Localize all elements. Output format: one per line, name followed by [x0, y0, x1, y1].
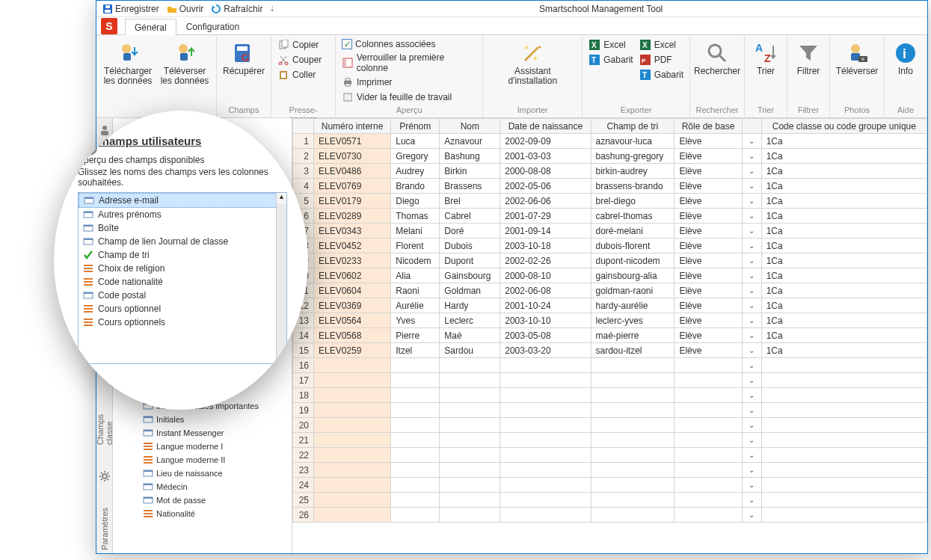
cell[interactable] [314, 373, 391, 388]
cell-role[interactable]: Elève [675, 134, 742, 149]
cell-dob[interactable]: 2001-09-14 [500, 224, 591, 239]
role-dropdown-icon[interactable]: ⌄ [742, 298, 761, 313]
role-dropdown-icon[interactable]: ⌄ [742, 239, 761, 253]
row-number[interactable]: 16 [293, 358, 314, 373]
column-header[interactable]: Code classe ou code groupe unique [761, 119, 927, 134]
row-number[interactable]: 18 [293, 388, 314, 403]
cell-role[interactable]: Elève [675, 313, 742, 328]
cell-prenom[interactable]: Luca [391, 134, 440, 149]
role-dropdown-icon[interactable]: ⌄ [742, 358, 761, 373]
refresh-button[interactable]: Rafraîchir [208, 3, 265, 15]
cell-role[interactable]: Elève [675, 194, 742, 209]
tab-general[interactable]: Général [125, 19, 176, 35]
cell[interactable] [314, 433, 391, 448]
cell-numero[interactable]: ELEV0564 [314, 313, 391, 328]
cell-role[interactable]: Elève [675, 149, 742, 164]
role-dropdown-icon[interactable]: ⌄ [742, 179, 761, 194]
cell-classe[interactable]: 1Ca [761, 343, 927, 358]
cell[interactable] [314, 418, 391, 433]
cell-numero[interactable]: ELEV0730 [314, 149, 391, 164]
tree-item[interactable]: Médecin [113, 480, 292, 493]
cell-nom[interactable]: Brel [440, 194, 500, 209]
role-dropdown-icon[interactable]: ⌄ [742, 448, 761, 463]
cell-nom[interactable]: Brassens [440, 179, 500, 194]
export-gabarit2-button[interactable]: TGabarit [638, 68, 685, 81]
cell-tri[interactable]: birkin-audrey [591, 164, 675, 179]
cell-dob[interactable]: 2000-08-10 [500, 268, 591, 283]
cell-classe[interactable]: 1Ca [761, 149, 927, 164]
cell-role[interactable]: Elève [675, 224, 742, 239]
cell-prenom[interactable]: Yves [391, 313, 440, 328]
recover-button[interactable]: Récupérer [221, 38, 266, 79]
cell-dob[interactable]: 2002-05-06 [500, 179, 591, 194]
cell-role[interactable]: Elève [675, 253, 742, 268]
role-dropdown-icon[interactable]: ⌄ [742, 313, 761, 328]
cell-numero[interactable]: ELEV0343 [314, 224, 391, 239]
cell-prenom[interactable]: Audrey [391, 164, 440, 179]
cell-nom[interactable]: Leclerc [440, 313, 500, 328]
cell-prenom[interactable]: Aurélie [391, 298, 440, 313]
role-dropdown-icon[interactable]: ⌄ [742, 478, 761, 493]
cell-nom[interactable]: Birkin [440, 164, 500, 179]
open-button[interactable]: Ouvrir [164, 3, 207, 15]
save-button[interactable]: Enregistrer [99, 3, 162, 15]
role-dropdown-icon[interactable]: ⌄ [742, 373, 761, 388]
cell-classe[interactable]: 1Ca [761, 283, 927, 298]
cell-tri[interactable]: bashung-gregory [591, 149, 675, 164]
cell-nom[interactable]: Hardy [440, 298, 500, 313]
cell-numero[interactable]: ELEV0179 [314, 194, 391, 209]
info-button[interactable]: iInfo [889, 38, 922, 79]
assoc-columns-toggle[interactable]: ✓Colonnes associées [340, 38, 478, 50]
row-number[interactable]: 20 [293, 418, 314, 433]
tree-item[interactable]: Lieu de naissance [113, 467, 292, 480]
cell-numero[interactable]: ELEV0769 [314, 179, 391, 194]
search-button[interactable]: Rechercher [695, 38, 740, 79]
table-row[interactable]: 16⌄ [293, 358, 927, 373]
download-data-button[interactable]: Télécharger les données [101, 38, 155, 89]
table-row[interactable]: 3ELEV0486AudreyBirkin2000-08-08birkin-au… [293, 164, 927, 179]
table-row[interactable]: 6ELEV0289ThomasCabrel2001-07-29cabrel-th… [293, 209, 927, 224]
role-dropdown-icon[interactable]: ⌄ [742, 388, 761, 403]
role-dropdown-icon[interactable]: ⌄ [742, 268, 761, 283]
field-item[interactable]: Champ de tri [79, 248, 286, 262]
field-item[interactable]: Cours optionnel [79, 302, 286, 316]
cell-role[interactable]: Elève [675, 179, 742, 194]
cell-tri[interactable]: maé-pierre [591, 328, 675, 343]
cell-nom[interactable]: Gainsbourg [440, 268, 500, 283]
table-row[interactable]: 23⌄ [293, 463, 927, 478]
cell-nom[interactable]: Goldman [440, 283, 500, 298]
cell-dob[interactable]: 2000-08-08 [500, 164, 591, 179]
column-header[interactable]: Nom [440, 119, 500, 134]
cell-tri[interactable]: brel-diego [591, 194, 675, 209]
cell-tri[interactable]: cabrel-thomas [591, 209, 675, 224]
install-wizard-button[interactable]: Assistant d'installation [488, 38, 577, 89]
cell-dob[interactable]: 2003-05-08 [500, 328, 591, 343]
table-row[interactable]: 21⌄ [293, 433, 927, 448]
upload-data-button[interactable]: Téléverser les données [158, 38, 212, 89]
cell-tri[interactable]: hardy-aurélie [591, 298, 675, 313]
cell-dob[interactable]: 2001-10-24 [500, 298, 591, 313]
tree-item[interactable]: Mot de passe [113, 493, 292, 507]
table-row[interactable]: 2ELEV0730GregoryBashung2001-03-03bashung… [293, 149, 927, 164]
app-logo[interactable]: S [101, 18, 117, 34]
cell-numero[interactable]: ELEV0259 [314, 343, 391, 358]
table-row[interactable]: 13ELEV0564YvesLeclerc2003-10-10leclerc-y… [293, 313, 927, 328]
row-number[interactable]: 22 [293, 448, 314, 463]
column-header[interactable]: Numéro interne [314, 119, 391, 134]
role-dropdown-icon[interactable]: ⌄ [742, 508, 761, 523]
column-header[interactable]: Rôle de base [675, 119, 742, 134]
table-row[interactable]: 26⌄ [293, 508, 927, 523]
cell-role[interactable]: Elève [675, 268, 742, 283]
cell-tri[interactable]: sardou-itzel [591, 343, 675, 358]
grid-corner[interactable] [293, 119, 314, 134]
cell-tri[interactable]: dubois-florent [591, 239, 675, 253]
cell-prenom[interactable]: Itzel [391, 343, 440, 358]
table-row[interactable]: 7ELEV0343MelaniDoré2001-09-14doré-melani… [293, 224, 927, 239]
row-number[interactable]: 1 [293, 134, 314, 149]
cell-prenom[interactable]: Florent [391, 239, 440, 253]
cell-dob[interactable]: 2001-03-03 [500, 149, 591, 164]
row-number[interactable]: 15 [293, 343, 314, 358]
table-row[interactable]: 14ELEV0568PierreMaé2003-05-08maé-pierreE… [293, 328, 927, 343]
scrollbar[interactable]: ▲ [276, 193, 286, 363]
cell-dob[interactable]: 2003-10-10 [500, 313, 591, 328]
